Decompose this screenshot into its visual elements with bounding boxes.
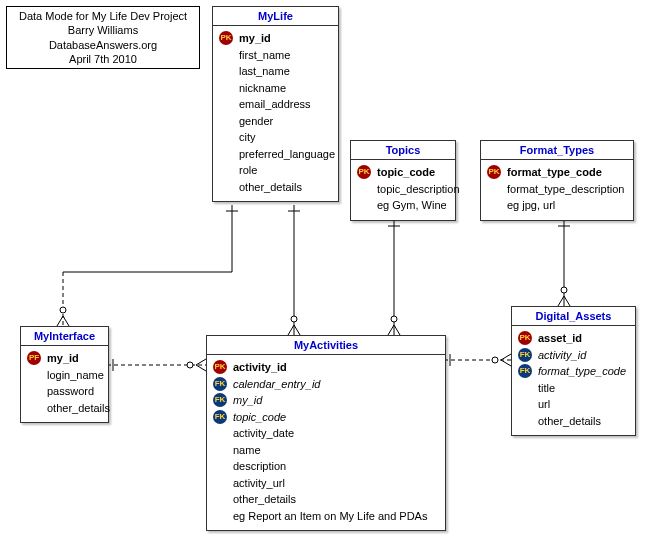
attribute-row: PKmy_id <box>219 30 332 47</box>
entity-body: PKactivity_idFKcalendar_entry_idFKmy_idF… <box>207 355 445 530</box>
attribute-row: city <box>219 129 332 146</box>
entity-body: PFmy_idlogin_namepasswordother_details <box>21 346 108 422</box>
entity-digital-assets: Digital_Assets PKasset_idFKactivity_idFK… <box>511 306 636 436</box>
attribute-row: topic_description <box>357 181 449 198</box>
svg-point-16 <box>187 362 193 368</box>
attribute-label: eg jpg, url <box>507 197 555 214</box>
attribute-label: activity_id <box>233 359 287 376</box>
attribute-row: title <box>518 380 629 397</box>
entity-header: Format_Types <box>481 141 633 160</box>
attribute-label: format_type_code <box>507 164 602 181</box>
diagram-canvas: Data Mode for My Life Dev Project Barry … <box>0 0 664 538</box>
fk-key-icon: FK <box>518 364 532 378</box>
attribute-row: PKformat_type_code <box>487 164 627 181</box>
svg-point-7 <box>291 316 297 322</box>
attribute-label: preferred_language <box>239 146 335 163</box>
attribute-row: PKtopic_code <box>357 164 449 181</box>
attribute-row: preferred_language <box>219 146 332 163</box>
attribute-row: url <box>518 396 629 413</box>
attribute-label: other_details <box>239 179 302 196</box>
attribute-label: my_id <box>239 30 271 47</box>
attribute-row: activity_date <box>213 425 439 442</box>
attribute-row: PKactivity_id <box>213 359 439 376</box>
attribute-row: other_details <box>27 400 102 417</box>
attribute-row: name <box>213 442 439 459</box>
attribute-label: city <box>239 129 256 146</box>
attribute-row: last_name <box>219 63 332 80</box>
attribute-label: email_address <box>239 96 311 113</box>
attribute-row: other_details <box>219 179 332 196</box>
pk-key-icon: PK <box>213 360 227 374</box>
fk-key-icon: FK <box>213 410 227 424</box>
attribute-label: activity_date <box>233 425 294 442</box>
attribute-label: last_name <box>239 63 290 80</box>
entity-body: PKmy_idfirst_namelast_namenicknameemail_… <box>213 26 338 201</box>
attribute-label: topic_description <box>377 181 460 198</box>
attribute-label: topic_code <box>377 164 435 181</box>
svg-point-13 <box>561 287 567 293</box>
attribute-row: description <box>213 458 439 475</box>
entity-body: PKasset_idFKactivity_idFKformat_type_cod… <box>512 326 635 435</box>
entity-header: Digital_Assets <box>512 307 635 326</box>
entity-myactivities: MyActivities PKactivity_idFKcalendar_ent… <box>206 335 446 531</box>
attribute-label: calendar_entry_id <box>233 376 320 393</box>
attribute-label: name <box>233 442 261 459</box>
attribute-label: my_id <box>47 350 79 367</box>
entity-format-types: Format_Types PKformat_type_codeformat_ty… <box>480 140 634 221</box>
entity-topics: Topics PKtopic_codetopic_descriptioneg G… <box>350 140 456 221</box>
attribute-row: FKactivity_id <box>518 347 629 364</box>
attribute-label: format_type_description <box>507 181 624 198</box>
attribute-row: gender <box>219 113 332 130</box>
attribute-row: other_details <box>518 413 629 430</box>
svg-point-19 <box>492 357 498 363</box>
entity-header: MyInterface <box>21 327 108 346</box>
attribute-row: first_name <box>219 47 332 64</box>
entity-header: MyLife <box>213 7 338 26</box>
pk-key-icon: PK <box>219 31 233 45</box>
pf-key-icon: PF <box>27 351 41 365</box>
attribute-label: description <box>233 458 286 475</box>
attribute-row: login_name <box>27 367 102 384</box>
attribute-label: activity_url <box>233 475 285 492</box>
attribute-label: nickname <box>239 80 286 97</box>
attribute-row: FKtopic_code <box>213 409 439 426</box>
entity-myinterface: MyInterface PFmy_idlogin_namepasswordoth… <box>20 326 109 423</box>
title-line-3: DatabaseAnswers.org <box>13 38 193 52</box>
attribute-label: format_type_code <box>538 363 626 380</box>
attribute-label: gender <box>239 113 273 130</box>
attribute-row: FKcalendar_entry_id <box>213 376 439 393</box>
entity-header: Topics <box>351 141 455 160</box>
attribute-row: FKformat_type_code <box>518 363 629 380</box>
pk-key-icon: PK <box>487 165 501 179</box>
attribute-label: password <box>47 383 94 400</box>
attribute-label: eg Report an Item on My Life and PDAs <box>233 508 427 525</box>
attribute-label: asset_id <box>538 330 582 347</box>
attribute-label: login_name <box>47 367 104 384</box>
title-box: Data Mode for My Life Dev Project Barry … <box>6 6 200 69</box>
attribute-label: my_id <box>233 392 262 409</box>
attribute-label: first_name <box>239 47 290 64</box>
attribute-row: format_type_description <box>487 181 627 198</box>
attribute-label: activity_id <box>538 347 586 364</box>
fk-key-icon: FK <box>213 377 227 391</box>
attribute-row: email_address <box>219 96 332 113</box>
attribute-label: role <box>239 162 257 179</box>
title-line-2: Barry Williams <box>13 23 193 37</box>
attribute-label: url <box>538 396 550 413</box>
svg-point-10 <box>391 316 397 322</box>
attribute-label: other_details <box>47 400 110 417</box>
entity-body: PKtopic_codetopic_descriptioneg Gym, Win… <box>351 160 455 220</box>
attribute-row: FKmy_id <box>213 392 439 409</box>
title-line-4: April 7th 2010 <box>13 52 193 66</box>
fk-key-icon: FK <box>518 348 532 362</box>
title-line-1: Data Mode for My Life Dev Project <box>13 9 193 23</box>
entity-body: PKformat_type_codeformat_type_descriptio… <box>481 160 633 220</box>
pk-key-icon: PK <box>518 331 532 345</box>
attribute-row: eg Report an Item on My Life and PDAs <box>213 508 439 525</box>
attribute-row: role <box>219 162 332 179</box>
pk-key-icon: PK <box>357 165 371 179</box>
svg-point-4 <box>60 307 66 313</box>
attribute-label: topic_code <box>233 409 286 426</box>
entity-header: MyActivities <box>207 336 445 355</box>
attribute-row: eg jpg, url <box>487 197 627 214</box>
